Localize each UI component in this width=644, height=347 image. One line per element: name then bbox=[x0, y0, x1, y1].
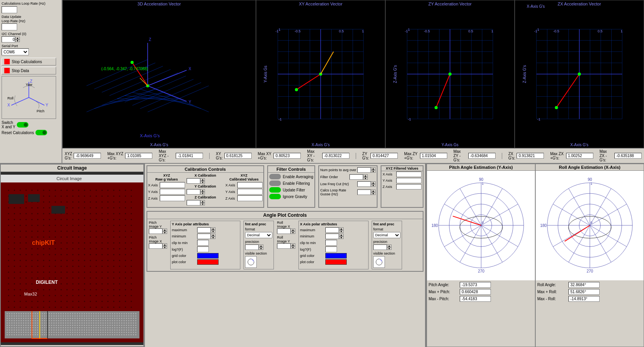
filter-order-spinbox[interactable]: 1 ▲ ▼ bbox=[349, 174, 368, 180]
update-filter-row: Update Filter bbox=[269, 187, 313, 193]
x-precision-input[interactable]: 0 bbox=[373, 244, 387, 250]
orientation-svg: Z Y X Yaw Roll Pitch bbox=[5, 78, 52, 117]
ycal-up[interactable]: ▲ bbox=[200, 189, 205, 192]
calc-rate-input[interactable]: 65 bbox=[2, 6, 17, 13]
y-log-input[interactable] bbox=[197, 246, 209, 252]
zcal-arrows[interactable]: ▲ ▼ bbox=[200, 200, 205, 205]
y-format-select[interactable]: Decimal bbox=[245, 232, 272, 238]
ignore-gravity-label: Ignore Gravity bbox=[283, 195, 307, 199]
stop-calc-button[interactable]: Stop Calculations bbox=[2, 58, 56, 66]
x-grid-color[interactable] bbox=[325, 253, 347, 258]
ycal-input[interactable]: 0 bbox=[187, 189, 200, 195]
roll-img-y-spinbox[interactable]: -101 ▲ ▼ bbox=[277, 243, 295, 249]
pitch-img-x-input[interactable]: 119 bbox=[149, 243, 162, 249]
calcs-loop-arrows[interactable]: ▲ ▼ bbox=[371, 189, 376, 195]
y-min-input[interactable]: 0.00 bbox=[197, 234, 211, 239]
y-max-input[interactable]: 0.00 bbox=[197, 227, 211, 233]
num-points-arrows[interactable]: ▲ ▼ bbox=[371, 167, 376, 173]
pitch-img-y-spinbox[interactable]: 0 ▲ ▼ bbox=[149, 228, 167, 234]
pitch-img-x-spinbox[interactable]: 119 ▲ ▼ bbox=[149, 243, 167, 249]
chart-zy-x-label: Y-Axis Gs bbox=[441, 143, 459, 147]
y-filtered-val[interactable]: -0.32427 bbox=[396, 178, 422, 183]
i2c-arrows[interactable]: ▲ ▼ bbox=[15, 37, 20, 42]
x-polar-col: X Axis polar attributes maximum 0.00 ▲ ▼ bbox=[298, 221, 369, 269]
calib-z-out[interactable]: -0.757812 bbox=[237, 195, 263, 201]
z-filtered-val[interactable]: -0.747088 bbox=[396, 184, 422, 189]
xcal-down[interactable]: ▼ bbox=[200, 181, 205, 184]
ignore-gravity-toggle[interactable] bbox=[269, 194, 281, 199]
zcal-down[interactable]: ▼ bbox=[200, 203, 205, 205]
switch-toggle[interactable] bbox=[17, 122, 28, 127]
xyz-filtered-title: XYZ Filtered Values bbox=[381, 166, 423, 171]
x-format-select[interactable]: Decimal bbox=[373, 232, 401, 238]
calib-y-out[interactable]: -0.324219 bbox=[237, 189, 263, 195]
xcal-input[interactable]: 0 bbox=[187, 178, 200, 184]
data-rate-input[interactable]: 64 bbox=[2, 23, 17, 30]
x-max-spinbox[interactable]: 0.00 ▲ ▼ bbox=[325, 227, 344, 233]
pitch-img-x-arrows[interactable]: ▲ ▼ bbox=[162, 243, 167, 249]
y-grid-color[interactable] bbox=[197, 253, 219, 258]
y-min-spinbox[interactable]: 0.00 ▲ ▼ bbox=[197, 234, 215, 239]
zcal-up[interactable]: ▲ bbox=[200, 200, 205, 203]
max-zy-neg-stat: Max ZY -G's: -0.634684 bbox=[453, 149, 496, 162]
calib-x-raw[interactable]: -0.267578 bbox=[160, 182, 185, 188]
filter-order-input[interactable]: 1 bbox=[349, 174, 363, 180]
y-clip-input[interactable] bbox=[197, 240, 209, 246]
x-min-spinbox[interactable]: 0.00 ▲ ▼ bbox=[325, 234, 344, 239]
num-points-input[interactable]: 3 bbox=[357, 167, 371, 173]
x-visible-icon[interactable] bbox=[373, 256, 385, 268]
ycal-arrows[interactable]: ▲ ▼ bbox=[200, 189, 205, 195]
pitch-img-y-arrows[interactable]: ▲ ▼ bbox=[162, 228, 167, 234]
roll-img-y-row: RollImage Y -101 ▲ ▼ bbox=[277, 235, 295, 249]
num-points-spinbox[interactable]: 3 ▲ ▼ bbox=[357, 167, 376, 173]
reset-toggle[interactable] bbox=[35, 130, 47, 135]
x-log-input[interactable] bbox=[325, 246, 337, 252]
pitch-angle-value: -19.5373 bbox=[460, 282, 491, 288]
left-panel: Calculations Loop Rate (Hz) 65 Data Upda… bbox=[0, 0, 62, 163]
ycal-down[interactable]: ▼ bbox=[200, 192, 205, 195]
x-max-input[interactable]: 0.00 bbox=[325, 227, 339, 233]
calcs-loop-input[interactable]: 60 bbox=[357, 189, 371, 195]
xcal-up[interactable]: ▲ bbox=[200, 178, 205, 181]
filter-order-arrows[interactable]: ▲ ▼ bbox=[363, 174, 368, 180]
x-max-row: maximum 0.00 ▲ ▼ bbox=[300, 227, 367, 233]
x-plot-color[interactable] bbox=[325, 259, 347, 265]
zcal-input[interactable]: 0 bbox=[187, 200, 200, 205]
roll-img-y-input[interactable]: -101 bbox=[277, 243, 291, 249]
i2c-spinbox[interactable]: ▲ ▼ bbox=[2, 36, 20, 42]
calib-x-out[interactable]: -0.535156 bbox=[237, 182, 263, 188]
chart-3d-canvas bbox=[72, 8, 247, 140]
xcal-arrows[interactable]: ▲ ▼ bbox=[200, 178, 205, 184]
low-freq-spinbox[interactable]: 10 ▲ ▼ bbox=[357, 181, 376, 187]
calib-z-raw[interactable]: -0.378906 bbox=[160, 195, 185, 201]
calcs-loop-spinbox[interactable]: 60 ▲ ▼ bbox=[357, 189, 376, 195]
max-roll-neg-value: -14.8913° bbox=[568, 296, 600, 302]
enable-filter-toggle[interactable] bbox=[269, 181, 281, 186]
serial-select[interactable]: COM6 bbox=[2, 48, 29, 55]
y-precision-spinbox[interactable]: 0 ▲ ▼ bbox=[245, 244, 272, 250]
ycal-spinbox[interactable]: 0 ▲ ▼ bbox=[187, 189, 205, 195]
y-visible-label: visible section bbox=[245, 251, 272, 255]
x-min-input[interactable]: 0.00 bbox=[325, 234, 339, 239]
low-freq-arrows[interactable]: ▲ ▼ bbox=[371, 181, 376, 187]
stop-data-button[interactable]: Stop Data bbox=[2, 67, 56, 74]
low-freq-input[interactable]: 10 bbox=[357, 181, 371, 187]
roll-img-x-input[interactable]: 7 bbox=[277, 228, 291, 234]
i2c-up[interactable]: ▲ bbox=[15, 37, 20, 39]
y-precision-input[interactable]: 0 bbox=[245, 244, 259, 250]
enable-avg-toggle[interactable] bbox=[269, 174, 281, 179]
update-filter-toggle[interactable] bbox=[269, 187, 281, 193]
y-plot-color[interactable] bbox=[197, 259, 219, 265]
x-filtered-val[interactable]: -0.52624 bbox=[396, 172, 422, 177]
y-max-spinbox[interactable]: 0.00 ▲ ▼ bbox=[197, 227, 215, 233]
i2c-down[interactable]: ▼ bbox=[15, 39, 20, 42]
y-visible-icon[interactable] bbox=[245, 256, 257, 268]
pitch-img-y-input[interactable]: 0 bbox=[149, 228, 162, 234]
roll-angle-label: Roll Angle: bbox=[537, 283, 568, 287]
x-precision-spinbox[interactable]: 0 ▲ ▼ bbox=[373, 244, 401, 250]
x-clip-input[interactable] bbox=[325, 240, 337, 246]
xcal-spinbox[interactable]: 0 ▲ ▼ bbox=[187, 178, 205, 184]
roll-img-x-spinbox[interactable]: 7 ▲ ▼ bbox=[277, 228, 295, 234]
zcal-spinbox[interactable]: 0 ▲ ▼ bbox=[187, 200, 205, 205]
calib-y-raw[interactable]: -0.162109 bbox=[160, 189, 185, 195]
